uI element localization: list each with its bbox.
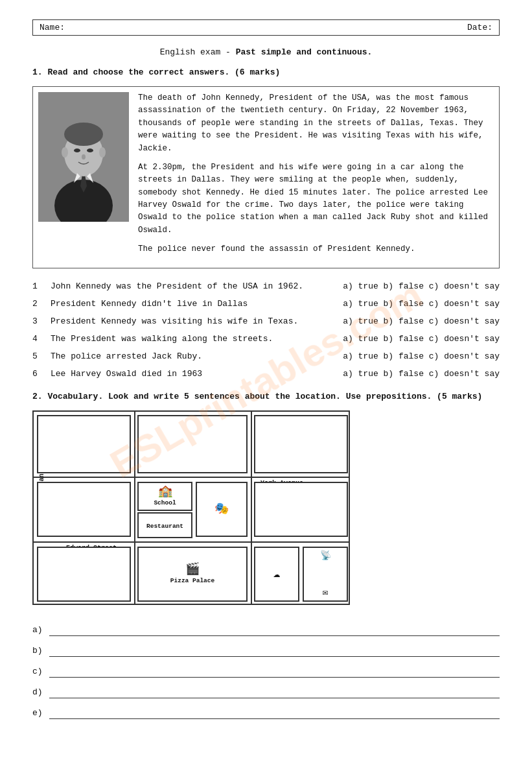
block-top-left xyxy=(37,415,131,473)
name-label: Name: xyxy=(40,23,65,32)
reading-section: The death of John Kennedy, President of … xyxy=(32,86,500,268)
block-mid-left xyxy=(37,482,131,537)
q-number: 5 xyxy=(32,351,45,361)
section1-title: 1. Read and choose the correct answers. … xyxy=(32,67,500,77)
header-box: Name: Date: xyxy=(32,19,500,36)
q-text: President Kennedy didn't live in Dallas xyxy=(51,299,338,309)
svg-point-8 xyxy=(87,148,93,152)
q-text: Lee Harvey Oswald died in 1963 xyxy=(51,369,338,379)
block-right-complex xyxy=(254,482,348,537)
question-row: 1 John Kennedy was the President of the … xyxy=(32,281,500,291)
satellite-icon: 📡 xyxy=(320,551,331,560)
q-text: John Kennedy was the President of the US… xyxy=(51,281,338,291)
q-text: The police arrested Jack Ruby. xyxy=(51,351,338,361)
passage-p2: At 2.30pm, the President and his wife we… xyxy=(138,161,494,237)
question-row: 3 President Kennedy was visiting his wif… xyxy=(32,316,500,326)
q-options: a) true b) false c) doesn't say xyxy=(343,316,500,326)
questions-list: 1 John Kennedy was the President of the … xyxy=(32,281,500,379)
block-theater: 🎭 xyxy=(196,482,248,537)
writing-line-row[interactable]: c) xyxy=(32,666,500,678)
line-label: a) xyxy=(32,625,45,635)
street-h2 xyxy=(34,541,350,543)
write-line[interactable] xyxy=(49,645,500,657)
q-text: President Kennedy was visiting his wife … xyxy=(51,316,338,326)
section2-title: 2. Vocabulary. Look and write 5 sentence… xyxy=(32,392,500,401)
q-text: The President was walking along the stre… xyxy=(51,334,338,344)
write-line[interactable] xyxy=(49,666,500,678)
question-row: 6 Lee Harvey Oswald died in 1963 a) true… xyxy=(32,369,500,379)
envelope-icon: ✉ xyxy=(323,588,328,597)
question-row: 5 The police arrested Jack Ruby. a) true… xyxy=(32,351,500,361)
exam-title: English exam - Past simple and continuou… xyxy=(32,47,500,57)
q-options: a) true b) false c) doesn't say xyxy=(343,369,500,379)
writing-line-row[interactable]: e) xyxy=(32,707,500,719)
block-restaurant: Restaurant xyxy=(137,512,192,538)
q-options: a) true b) false c) doesn't say xyxy=(343,299,500,309)
line-label: b) xyxy=(32,646,45,656)
writing-line-row[interactable]: d) xyxy=(32,687,500,698)
q-number: 4 xyxy=(32,334,45,344)
write-line[interactable] xyxy=(49,687,500,698)
q-number: 1 xyxy=(32,281,45,291)
street-v2 xyxy=(251,412,252,605)
line-label: c) xyxy=(32,667,45,676)
block-bottom-left xyxy=(37,547,131,602)
date-label: Date: xyxy=(467,23,492,32)
street-v1 xyxy=(134,412,135,605)
svg-point-6 xyxy=(64,123,103,146)
writing-line-row[interactable]: a) xyxy=(32,624,500,636)
svg-point-10 xyxy=(62,147,68,158)
line-label: d) xyxy=(32,687,45,697)
passage-p3: The police never found the assassin of P… xyxy=(138,243,494,255)
pizza-label: Pizza Palace xyxy=(170,577,214,584)
svg-point-7 xyxy=(74,148,80,152)
block-top-middle xyxy=(137,415,248,473)
school-icon: 🏫 xyxy=(158,486,172,497)
write-line[interactable] xyxy=(49,624,500,636)
cloud-icon: ☁ xyxy=(273,568,281,580)
map-container: Castle Lane Oak Street Hill Street York … xyxy=(32,410,350,605)
block-satellite: 📡 ✉ xyxy=(303,547,348,602)
passage-p1: The death of John Kennedy, President of … xyxy=(138,92,494,155)
title-bold: Past simple and continuous. xyxy=(236,47,373,57)
title-intro: English exam - xyxy=(160,47,236,57)
street-h1 xyxy=(34,477,350,478)
restaurant-label: Restaurant xyxy=(146,523,183,530)
block-school: 🏫 School xyxy=(137,482,192,511)
theater-icon: 🎭 xyxy=(214,503,229,515)
block-pizza: 🎬 Pizza Palace xyxy=(137,547,248,602)
line-label: e) xyxy=(32,708,45,718)
reading-text: The death of John Kennedy, President of … xyxy=(138,92,494,263)
q-options: a) true b) false c) doesn't say xyxy=(343,334,500,344)
writing-line-row[interactable]: b) xyxy=(32,645,500,657)
block-top-right xyxy=(254,415,348,473)
camera-icon: 🎬 xyxy=(185,563,200,575)
q-options: a) true b) false c) doesn't say xyxy=(343,351,500,361)
question-row: 2 President Kennedy didn't live in Dalla… xyxy=(32,299,500,309)
block-cloud: ☁ xyxy=(254,547,299,602)
question-row: 4 The President was walking along the st… xyxy=(32,334,500,344)
jfk-photo xyxy=(38,92,129,222)
write-line[interactable] xyxy=(49,707,500,719)
svg-point-9 xyxy=(82,154,86,160)
q-number: 2 xyxy=(32,299,45,309)
writing-lines: a) b) c) d) e) xyxy=(32,624,500,719)
q-number: 6 xyxy=(32,369,45,379)
q-options: a) true b) false c) doesn't say xyxy=(343,281,500,291)
q-number: 3 xyxy=(32,316,45,326)
svg-point-11 xyxy=(99,147,106,158)
school-label: School xyxy=(154,499,176,506)
